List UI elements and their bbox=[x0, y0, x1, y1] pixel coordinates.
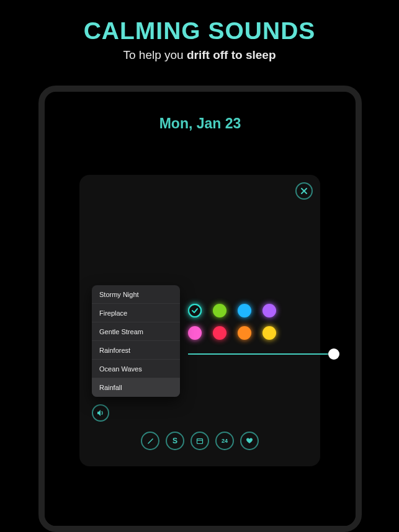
brush-tool[interactable] bbox=[141, 432, 159, 450]
ampm-label: PM bbox=[45, 525, 356, 532]
calendar-tool[interactable] bbox=[191, 432, 209, 450]
calendar-icon bbox=[196, 437, 204, 445]
color-swatch-grid bbox=[188, 304, 280, 344]
speaker-icon bbox=[96, 409, 105, 417]
marketing-subtitle-bold: drift off to sleep bbox=[187, 48, 276, 61]
marketing-subtitle-prefix: To help you bbox=[123, 48, 186, 61]
brightness-slider[interactable] bbox=[188, 353, 334, 355]
favorite-tool[interactable] bbox=[240, 432, 259, 450]
s-tool[interactable]: S bbox=[166, 432, 184, 450]
slider-knob[interactable] bbox=[328, 348, 339, 360]
marketing-title: CALMING SOUNDS bbox=[0, 17, 399, 45]
color-swatch[interactable] bbox=[238, 304, 251, 317]
color-swatch[interactable] bbox=[262, 326, 276, 340]
sound-option[interactable]: Rainfall bbox=[92, 378, 180, 397]
sound-dropdown[interactable]: Stormy NightFireplaceGentle StreamRainfo… bbox=[92, 285, 180, 397]
color-swatch[interactable] bbox=[238, 326, 251, 340]
sound-option[interactable]: Fireplace bbox=[92, 304, 180, 322]
app-screen: Mon, Jan 23 Stormy NightFireplaceGentle … bbox=[45, 115, 356, 532]
check-icon bbox=[191, 306, 199, 315]
heart-icon bbox=[246, 437, 253, 445]
sound-option[interactable]: Ocean Waves bbox=[92, 360, 180, 378]
sound-button[interactable] bbox=[92, 404, 109, 422]
24-icon: 24 bbox=[222, 438, 228, 444]
marketing-subtitle: To help you drift off to sleep bbox=[0, 48, 399, 62]
tablet-frame: Mon, Jan 23 Stormy NightFireplaceGentle … bbox=[38, 86, 362, 532]
close-icon bbox=[300, 187, 308, 195]
sound-option[interactable]: Rainforest bbox=[92, 341, 180, 360]
color-swatch[interactable] bbox=[213, 304, 226, 317]
settings-card: Stormy NightFireplaceGentle StreamRainfo… bbox=[79, 175, 320, 466]
24h-tool[interactable]: 24 bbox=[215, 432, 234, 450]
s-icon: S bbox=[173, 437, 177, 445]
brush-icon bbox=[146, 437, 155, 445]
bottom-toolbar: S24 bbox=[79, 432, 320, 450]
sound-option[interactable]: Gentle Stream bbox=[92, 322, 180, 341]
svg-rect-0 bbox=[197, 439, 203, 444]
current-date: Mon, Jan 23 bbox=[45, 115, 356, 132]
color-swatch[interactable] bbox=[262, 304, 276, 317]
close-button[interactable] bbox=[295, 182, 313, 200]
color-swatch[interactable] bbox=[188, 326, 202, 340]
color-swatch[interactable] bbox=[213, 326, 226, 340]
sound-option[interactable]: Stormy Night bbox=[92, 285, 180, 304]
color-swatch[interactable] bbox=[188, 304, 202, 317]
